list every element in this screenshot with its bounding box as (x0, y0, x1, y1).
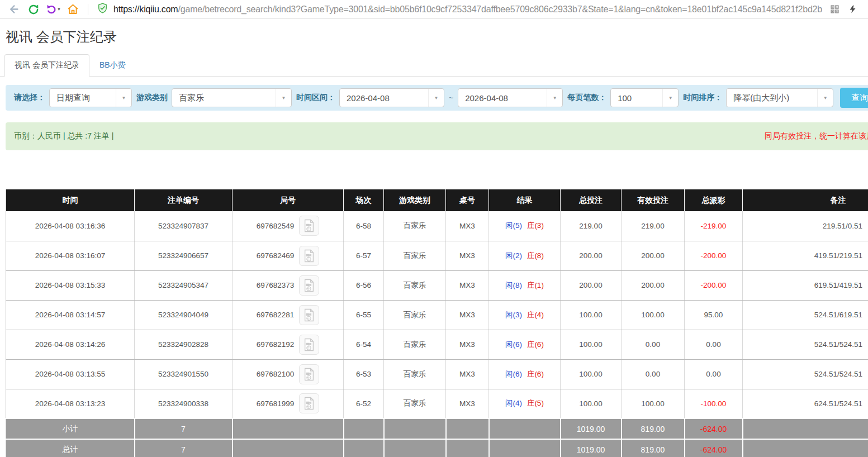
cell-time: 2026-04-08 03:13:23 (6, 389, 135, 418)
browser-toolbar: ▼ https://kiqiiu.com/game/betrecord_sear… (0, 0, 868, 19)
cell-total-bet[interactable]: 100.00 (561, 389, 622, 418)
cell-session: 6-54 (344, 330, 384, 359)
cell-table-no: MX3 (446, 330, 489, 359)
video-replay-button[interactable] (299, 216, 319, 236)
time-sort-select[interactable]: 降幂(由大到小) ▼ (726, 88, 833, 107)
cell-total-bet[interactable]: 200.00 (561, 241, 622, 270)
summary-valid-bet: 819.00 (622, 439, 685, 457)
cell-round-id: 697682100 (233, 359, 344, 389)
url-host: https://kiqiiu.com (113, 4, 178, 14)
summary-empty-cell (446, 439, 489, 457)
cell-round-id: 697682192 (233, 330, 344, 359)
cell-valid-bet: 200.00 (622, 270, 685, 300)
address-bar[interactable]: https://kiqiiu.com/game/betrecord_search… (94, 3, 822, 16)
chevron-down-icon: ▼ (547, 89, 562, 107)
security-shield-icon[interactable] (97, 3, 108, 16)
summary-count: 7 (135, 439, 233, 457)
cell-total-bet[interactable]: 100.00 (561, 330, 622, 359)
search-button[interactable]: 查询 (840, 88, 868, 108)
column-header: 总派彩 (685, 189, 743, 211)
cell-bet-id: 523324902828 (135, 330, 233, 359)
date-from-value: 2026-04-08 (340, 93, 428, 103)
summary-empty-cell (743, 418, 868, 439)
date-from-select[interactable]: 2026-04-08 ▼ (339, 88, 444, 107)
cell-remark: 419.51/219.51 (743, 241, 868, 270)
filter-bar: 请选择： 日期查询 ▼ 游戏类别 百家乐 ▼ 时间区间： 2026-04-08 … (6, 85, 868, 111)
video-replay-button[interactable] (299, 364, 319, 384)
game-type-select[interactable]: 百家乐 ▼ (172, 88, 292, 107)
cell-result: 闲(5) 庄(3) (489, 211, 561, 241)
cell-total-bet[interactable]: 100.00 (561, 300, 622, 330)
cell-total-bet[interactable]: 200.00 (561, 270, 622, 300)
chevron-down-icon: ▼ (817, 89, 833, 107)
column-header: 备注 (743, 189, 868, 211)
round-id-text: 697682192 (257, 340, 295, 349)
video-replay-button[interactable] (299, 335, 319, 355)
tab-video-bet-records[interactable]: 视讯 会员下注纪录 (4, 54, 89, 77)
cell-time: 2026-04-08 03:13:55 (6, 359, 135, 389)
cell-result: 闲(8) 庄(1) (489, 270, 561, 300)
home-icon[interactable] (65, 2, 81, 17)
undo-dropdown-caret[interactable]: ▼ (57, 7, 61, 11)
toolbar-divider (88, 4, 88, 15)
page-size-value: 100 (611, 93, 662, 103)
refresh-icon[interactable] (26, 2, 41, 17)
back-icon[interactable] (6, 2, 21, 17)
result-player: 闲(6) (505, 340, 522, 349)
cell-table-no: MX3 (446, 359, 489, 389)
tab-bb-tip[interactable]: BB小费 (89, 54, 136, 77)
chevron-down-icon: ▼ (428, 89, 444, 107)
qr-code-icon[interactable] (827, 2, 842, 17)
page-size-select[interactable]: 100 ▼ (610, 88, 679, 107)
cell-session: 6-58 (344, 211, 384, 241)
cell-session: 6-55 (344, 300, 384, 330)
table-row: 2026-04-08 03:16:07 523324906657 6976824… (6, 241, 868, 270)
table-row: 2026-04-08 03:15:33 523324905347 6976823… (6, 270, 868, 300)
cell-remark: 624.51/524.51 (743, 389, 868, 418)
summary-empty-cell (384, 418, 446, 439)
query-type-select[interactable]: 日期查询 ▼ (49, 88, 132, 107)
game-type-label: 游戏类别 (136, 93, 168, 103)
cell-valid-bet: 100.00 (622, 300, 685, 330)
cell-bet-id: 523324901550 (135, 359, 233, 389)
summary-row: 小计 7 1019.00 819.00 -624.00 (6, 418, 868, 439)
cell-game-type: 百家乐 (384, 241, 446, 270)
date-to-select[interactable]: 2026-04-08 ▼ (458, 88, 563, 107)
cell-total-bet[interactable]: 219.00 (561, 211, 622, 241)
round-id-text: 697681999 (257, 399, 295, 408)
summary-bar: 币别：人民币 | 总共 :7 注单 | 同局有效投注，统一计算在该局 (6, 122, 868, 150)
cell-round-id: 697682373 (233, 270, 344, 300)
summary-empty-cell (743, 439, 868, 457)
cell-bet-id: 523324907837 (135, 211, 233, 241)
undo-history-button[interactable]: ▼ (46, 4, 61, 15)
cell-total-bet[interactable]: 100.00 (561, 359, 622, 389)
query-type-value: 日期查询 (50, 93, 116, 103)
cell-payout: 95.00 (685, 300, 743, 330)
cell-session: 6-57 (344, 241, 384, 270)
table-row: 2026-04-08 03:13:23 523324900338 6976819… (6, 389, 868, 418)
video-replay-button[interactable] (299, 305, 319, 325)
lightning-icon[interactable] (845, 2, 860, 17)
cell-result: 闲(3) 庄(4) (489, 300, 561, 330)
cell-table-no: MX3 (446, 211, 489, 241)
video-replay-button[interactable] (299, 246, 319, 266)
result-banker: 庄(1) (527, 281, 544, 289)
cell-game-type: 百家乐 (384, 211, 446, 241)
cell-bet-id: 523324906657 (135, 241, 233, 270)
video-replay-button[interactable] (299, 275, 319, 296)
date-range-separator: ~ (449, 93, 453, 102)
video-replay-button[interactable] (299, 393, 319, 413)
summary-label: 小计 (6, 418, 135, 439)
cell-session: 6-53 (344, 359, 384, 389)
cell-bet-id: 523324900338 (135, 389, 233, 418)
round-id-text: 697682469 (257, 251, 295, 260)
cell-remark: 524.51/524.51 (743, 359, 868, 389)
summary-payout: -624.00 (685, 418, 743, 439)
table-row: 2026-04-08 03:14:57 523324904049 6976822… (6, 300, 868, 330)
result-banker: 庄(5) (527, 399, 544, 407)
cell-result: 闲(6) 庄(6) (489, 359, 561, 389)
url-text[interactable]: https://kiqiiu.com/game/betrecord_search… (113, 4, 822, 15)
table-header-row: 时间 注单编号 局号 场次 游戏类别 桌号 结果 总投注 有效投注 总派彩 备注 (6, 189, 868, 211)
cell-valid-bet: 0.00 (622, 359, 685, 389)
column-header: 结果 (489, 189, 561, 211)
